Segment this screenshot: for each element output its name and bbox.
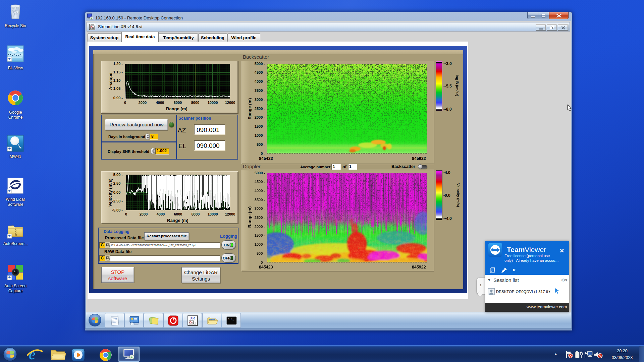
svg-text:C:\_: C:\_ <box>228 318 234 321</box>
svg-text:e: e <box>29 347 36 362</box>
svg-text:XR: XR <box>190 316 195 320</box>
